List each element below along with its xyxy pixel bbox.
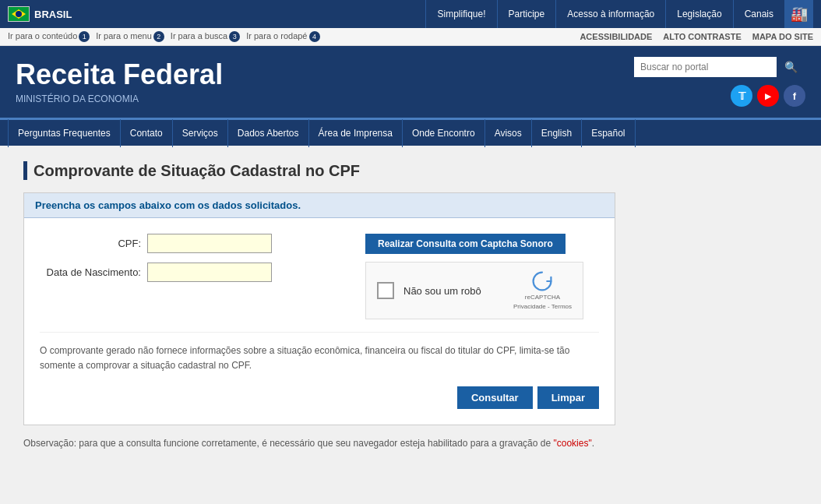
disclaimer-text: O comprovante gerado não fornece informa… xyxy=(40,345,569,371)
captcha-section: Realizar Consulta com Captcha Sonoro Não… xyxy=(365,234,599,319)
youtube-icon[interactable]: ▶ xyxy=(757,85,779,107)
search-button[interactable]: 🔍 xyxy=(777,57,805,77)
nav-onde-encontro[interactable]: Onde Encontro xyxy=(403,119,485,147)
search-input[interactable] xyxy=(634,58,777,76)
nav-open-data[interactable]: Dados Abertos xyxy=(228,119,309,147)
legislacao-link[interactable]: Legislação xyxy=(666,0,733,28)
facebook-icon[interactable]: f xyxy=(784,85,805,107)
flag-icon xyxy=(8,6,30,22)
skip-badge-3: 3 xyxy=(229,31,240,42)
canais-link[interactable]: Canais xyxy=(734,0,785,28)
nav-contact[interactable]: Contato xyxy=(121,119,173,147)
page-title-text: Comprovante de Situação Cadastral no CPF xyxy=(33,162,360,180)
top-bar: BRASIL Simplifique! Participe Acesso à i… xyxy=(0,0,821,28)
captcha-audio-button[interactable]: Realizar Consulta com Captcha Sonoro xyxy=(365,234,566,254)
captcha-privacy-link[interactable]: Privacidade xyxy=(513,303,546,310)
obs-prefix: Observação: para que a consulta funcione… xyxy=(23,438,553,449)
site-title: Receita Federal xyxy=(16,59,634,90)
high-contrast-link[interactable]: ALTO CONTRASTE xyxy=(663,32,741,41)
cpf-field-group: CPF: xyxy=(40,234,342,253)
accessibility-links: ACESSIBILIDADE ALTO CONTRASTE MAPA DO SI… xyxy=(580,32,813,41)
gov-icon[interactable]: 🏭 xyxy=(785,0,813,28)
obs-suffix: . xyxy=(592,438,594,449)
access-bar: Ir para o conteúdo1 Ir para o menu2 Ir p… xyxy=(0,28,821,46)
recaptcha-brand: reCAPTCHA xyxy=(525,294,560,301)
title-bar-accent xyxy=(23,161,27,180)
recaptcha-icon xyxy=(531,270,553,292)
header-right: 🔍 𝕋 ▶ f xyxy=(634,57,805,107)
acesso-info-link[interactable]: Acesso à informação xyxy=(556,0,666,28)
skip-badge-1: 1 xyxy=(79,31,90,42)
form-instruction: Preencha os campos abaixo com os dados s… xyxy=(35,199,301,211)
cpf-input[interactable] xyxy=(147,234,272,253)
site-header: Receita Federal MINISTÉRIO DA ECONOMIA 🔍… xyxy=(0,46,821,118)
site-subtitle: MINISTÉRIO DA ECONOMIA xyxy=(16,93,634,104)
recaptcha-svg xyxy=(531,270,553,292)
participe-link[interactable]: Participe xyxy=(498,0,557,28)
brazil-flag: BRASIL xyxy=(8,6,72,22)
nav-espanol[interactable]: Español xyxy=(582,119,635,147)
captcha-terms-link[interactable]: Termos xyxy=(551,303,572,310)
nav-press[interactable]: Área de Imprensa xyxy=(309,119,403,147)
social-icons: 𝕋 ▶ f xyxy=(731,85,805,107)
cookies-link[interactable]: "cookies" xyxy=(553,438,591,449)
cpf-label: CPF: xyxy=(40,238,141,249)
form-actions: Consultar Limpar xyxy=(40,386,599,409)
accessibility-link[interactable]: ACESSIBILIDADE xyxy=(580,32,652,41)
captcha-logo: reCAPTCHA Privacidade - Termos xyxy=(513,270,572,311)
form-header: Preencha os campos abaixo com os dados s… xyxy=(24,193,615,218)
skip-search[interactable]: Ir para a busca3 xyxy=(171,31,240,42)
flag-circle xyxy=(16,11,22,17)
search-bar: 🔍 xyxy=(634,57,805,77)
top-nav: Simplifique! Participe Acesso à informaç… xyxy=(425,0,813,28)
country-label: BRASIL xyxy=(34,9,72,20)
form-disclaimer: O comprovante gerado não fornece informa… xyxy=(40,332,599,373)
captcha-checkbox[interactable] xyxy=(377,282,394,299)
captcha-label: Não sou um robô xyxy=(403,285,504,297)
main-content: Comprovante de Situação Cadastral no CPF… xyxy=(0,146,821,467)
skip-footer[interactable]: Ir para o rodapé4 xyxy=(246,31,319,42)
nav-services[interactable]: Serviços xyxy=(173,119,228,147)
nav-avisos[interactable]: Avisos xyxy=(485,119,532,147)
page-title: Comprovante de Situação Cadastral no CPF xyxy=(23,161,798,180)
skip-badge-4: 4 xyxy=(309,31,320,42)
captcha-box: Não sou um robô reCAPTCHA Privacidade xyxy=(365,262,583,319)
captcha-links: Privacidade - Termos xyxy=(513,302,572,311)
skip-badge-2: 2 xyxy=(153,31,164,42)
dob-field-group: Data de Nascimento: xyxy=(40,263,342,282)
observation-text: Observação: para que a consulta funcione… xyxy=(23,436,615,451)
dob-label: Data de Nascimento: xyxy=(40,266,141,278)
skip-links: Ir para o conteúdo1 Ir para o menu2 Ir p… xyxy=(8,31,320,42)
form-container: Preencha os campos abaixo com os dados s… xyxy=(23,192,615,425)
consult-button[interactable]: Consultar xyxy=(457,386,533,409)
nav-faq[interactable]: Perguntas Frequentes xyxy=(8,119,121,147)
form-row: CPF: Data de Nascimento: Realizar Consul… xyxy=(40,234,599,319)
header-title-section: Receita Federal MINISTÉRIO DA ECONOMIA xyxy=(16,59,634,104)
sitemap-link[interactable]: MAPA DO SITE xyxy=(752,32,813,41)
form-fields: CPF: Data de Nascimento: xyxy=(40,234,342,291)
main-nav: Perguntas Frequentes Contato Serviços Da… xyxy=(0,118,821,146)
form-body: CPF: Data de Nascimento: Realizar Consul… xyxy=(24,218,615,425)
simplifique-link[interactable]: Simplifique! xyxy=(425,0,497,28)
skip-content[interactable]: Ir para o conteúdo1 xyxy=(8,31,90,42)
skip-menu[interactable]: Ir para o menu2 xyxy=(96,31,164,42)
dob-input[interactable] xyxy=(147,263,272,282)
twitter-icon[interactable]: 𝕋 xyxy=(731,85,752,107)
clear-button[interactable]: Limpar xyxy=(537,386,599,409)
nav-english[interactable]: English xyxy=(532,119,582,147)
